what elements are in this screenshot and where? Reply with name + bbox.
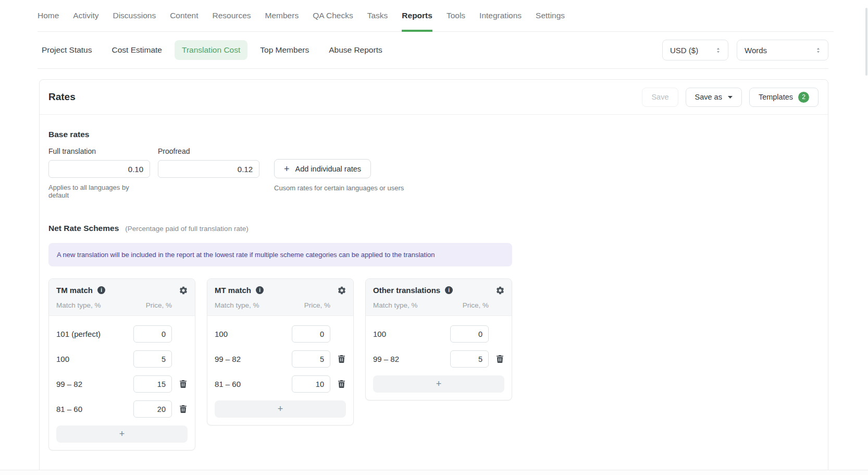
column-header-price: Price, % xyxy=(463,301,489,309)
tab-project-status[interactable]: Project Status xyxy=(34,40,100,60)
vertical-scrollbar[interactable] xyxy=(865,8,867,76)
column-header-match-type: Match type, % xyxy=(56,301,146,309)
price-input[interactable] xyxy=(292,375,330,393)
base-rates-section: Base rates Full translation Applies to a… xyxy=(40,115,828,199)
column-header-match-type: Match type, % xyxy=(373,301,463,309)
price-input[interactable] xyxy=(133,375,172,393)
tab-translation-cost[interactable]: Translation Cost xyxy=(175,40,247,60)
price-input[interactable] xyxy=(133,325,172,343)
base-rates-hint: Applies to all languages by default xyxy=(48,184,150,199)
templates-button[interactable]: Templates 2 xyxy=(749,88,819,107)
match-range-label: 100 xyxy=(56,355,133,363)
save-as-button[interactable]: Save as xyxy=(686,88,742,107)
full-translation-label: Full translation xyxy=(48,147,150,155)
scheme-card-header: MT matchMatch type, %Price, % xyxy=(207,279,353,316)
nav-item-integrations[interactable]: Integrations xyxy=(479,0,522,31)
tab-cost-estimate[interactable]: Cost Estimate xyxy=(105,40,169,60)
bottom-divider xyxy=(0,470,868,475)
scheme-card-mt-match: MT matchMatch type, %Price, %10099 – 828… xyxy=(207,278,354,425)
match-range-label: 99 – 82 xyxy=(373,355,450,363)
rate-row: 100 xyxy=(56,350,188,368)
price-input[interactable] xyxy=(450,325,489,343)
report-subnav: Project StatusCost EstimateTranslation C… xyxy=(38,32,828,69)
nav-item-resources[interactable]: Resources xyxy=(212,0,251,31)
nav-item-reports[interactable]: Reports xyxy=(402,0,432,31)
rate-row: 81 – 60 xyxy=(215,375,346,393)
gear-icon xyxy=(179,286,188,295)
add-row-button[interactable]: + xyxy=(215,400,346,418)
scheme-settings-button[interactable] xyxy=(496,286,504,295)
scheme-card-body: 10099 – 8281 – 60+ xyxy=(207,316,353,425)
add-individual-rates-button[interactable]: + Add individual rates xyxy=(274,159,371,178)
scheme-cards: TM matchMatch type, %Price, %101 (perfec… xyxy=(48,278,819,450)
units-select[interactable]: Words xyxy=(737,40,828,60)
price-input[interactable] xyxy=(292,325,330,343)
price-input[interactable] xyxy=(450,350,489,368)
save-button[interactable]: Save xyxy=(642,88,678,107)
add-row-button[interactable]: + xyxy=(56,425,188,443)
base-rates-title: Base rates xyxy=(48,130,819,139)
nav-item-tools[interactable]: Tools xyxy=(447,0,465,31)
nav-item-discussions[interactable]: Discussions xyxy=(113,0,156,31)
individual-rates-hint: Cusom rates for certain languages or use… xyxy=(274,184,404,192)
scheme-settings-button[interactable] xyxy=(338,286,346,295)
price-input[interactable] xyxy=(133,400,172,418)
page: HomeActivityDiscussionsContentResourcesM… xyxy=(0,0,868,475)
base-rates-row: Full translation Applies to all language… xyxy=(48,147,819,199)
gear-icon xyxy=(338,286,346,295)
proofread-label: Proofread xyxy=(158,147,259,155)
lowest-rate-info-banner: A new translation will be included in th… xyxy=(48,243,512,266)
add-row-button[interactable]: + xyxy=(373,375,504,393)
info-icon[interactable] xyxy=(445,286,453,294)
scheme-card-header: Other translationsMatch type, %Price, % xyxy=(366,279,512,316)
rate-row: 101 (perfect) xyxy=(56,325,188,343)
report-tabs: Project StatusCost EstimateTranslation C… xyxy=(34,40,390,60)
nav-item-content[interactable]: Content xyxy=(170,0,198,31)
nav-item-activity[interactable]: Activity xyxy=(73,0,98,31)
tab-abuse-reports[interactable]: Abuse Reports xyxy=(321,40,390,60)
tab-top-members[interactable]: Top Members xyxy=(253,40,316,60)
proofread-field: Proofread xyxy=(158,147,259,178)
nav-item-home[interactable]: Home xyxy=(38,0,59,31)
scheme-title: Other translations xyxy=(373,286,440,295)
currency-select[interactable]: USD ($) xyxy=(662,40,728,60)
nav-item-members[interactable]: Members xyxy=(265,0,299,31)
rates-card: Rates Save Save as Templates 2 Base rate… xyxy=(39,79,828,475)
rates-actions: Save Save as Templates 2 xyxy=(642,88,819,107)
report-filters: USD ($) Words xyxy=(662,40,828,60)
info-icon[interactable] xyxy=(97,286,105,294)
scheme-settings-button[interactable] xyxy=(179,286,188,295)
delete-row-button[interactable] xyxy=(497,355,503,363)
top-nav: HomeActivityDiscussionsContentResourcesM… xyxy=(38,0,834,32)
trash-icon xyxy=(180,380,187,388)
info-icon[interactable] xyxy=(256,286,264,294)
delete-row-button[interactable] xyxy=(180,405,187,413)
scheme-card-tm-match: TM matchMatch type, %Price, %101 (perfec… xyxy=(48,278,195,450)
delete-row-button[interactable] xyxy=(338,355,345,363)
nav-item-settings[interactable]: Settings xyxy=(536,0,565,31)
match-range-label: 99 – 82 xyxy=(56,380,133,388)
rate-row: 99 – 82 xyxy=(56,375,188,393)
scheme-card-body: 101 (perfect)10099 – 8281 – 60+ xyxy=(49,316,195,450)
scheme-card-header: TM matchMatch type, %Price, % xyxy=(49,279,195,316)
rate-row: 99 – 82 xyxy=(373,350,504,368)
nav-item-tasks[interactable]: Tasks xyxy=(367,0,388,31)
nav-item-qa-checks[interactable]: QA Checks xyxy=(313,0,353,31)
templates-label: Templates xyxy=(759,93,793,101)
match-range-label: 81 – 60 xyxy=(56,405,133,413)
trash-icon xyxy=(180,405,187,413)
trash-icon xyxy=(338,355,345,363)
save-as-label: Save as xyxy=(695,93,722,101)
full-translation-input[interactable] xyxy=(48,160,150,178)
select-arrows-icon xyxy=(715,47,722,54)
scheme-title: MT match xyxy=(215,286,251,295)
delete-row-button[interactable] xyxy=(338,380,345,388)
rate-row: 99 – 82 xyxy=(215,350,346,368)
gear-icon xyxy=(496,286,504,295)
price-input[interactable] xyxy=(133,350,172,368)
individual-rates-col: + Add individual rates Cusom rates for c… xyxy=(274,147,404,192)
delete-row-button[interactable] xyxy=(180,380,187,388)
proofread-input[interactable] xyxy=(158,160,259,178)
match-range-label: 100 xyxy=(373,330,450,338)
price-input[interactable] xyxy=(292,350,330,368)
